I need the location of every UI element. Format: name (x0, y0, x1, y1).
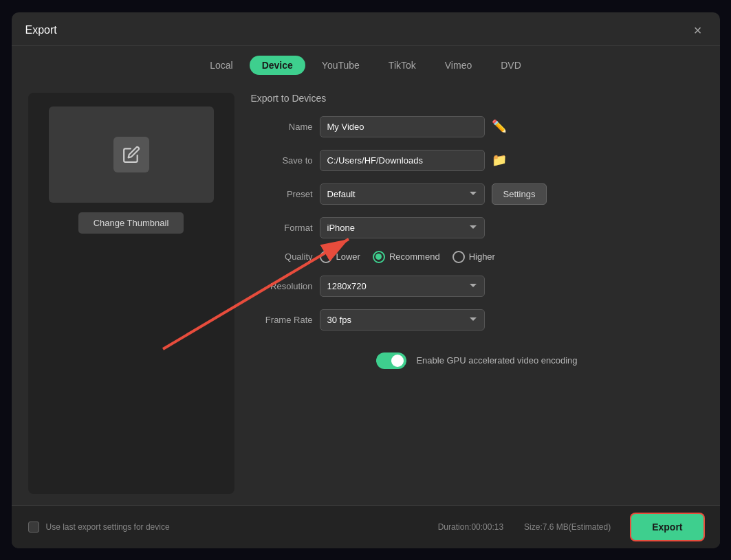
folder-icon[interactable]: 📁 (492, 153, 507, 168)
format-label: Format (251, 223, 313, 233)
toggle-track (376, 352, 406, 369)
size-info: Size:7.6 MB(Estimated) (524, 522, 611, 532)
quality-higher-radio[interactable] (452, 251, 465, 263)
frame-rate-select[interactable]: 30 fps (320, 309, 485, 331)
section-title: Export to Devices (251, 93, 703, 104)
thumbnail-preview (49, 107, 214, 203)
export-dialog: Export × Local Device YouTube TikTok Vim… (12, 12, 720, 548)
right-panel: Export to Devices Name ✏️ Save to 📁 Pres… (251, 93, 703, 494)
toggle-thumb (391, 355, 404, 367)
gpu-toggle-row: Enable GPU accelerated video encoding (251, 352, 703, 369)
preset-select[interactable]: Default (320, 183, 485, 205)
duration-info: Duration:00:00:13 (438, 522, 503, 532)
footer-left: Use last export settings for device (28, 522, 170, 533)
quality-higher-label: Higher (469, 251, 495, 262)
gpu-toggle-label: Enable GPU accelerated video encoding (416, 355, 577, 366)
tab-bar: Local Device YouTube TikTok Vimeo DVD (12, 46, 720, 82)
quality-recommend-label: Recommend (389, 251, 440, 262)
tab-tiktok[interactable]: TikTok (376, 56, 428, 75)
frame-rate-row: Frame Rate 30 fps (251, 309, 703, 331)
save-to-input[interactable] (320, 150, 485, 171)
name-input[interactable] (320, 116, 485, 137)
preset-label: Preset (251, 189, 313, 199)
footer-checkbox-label: Use last export settings for device (46, 522, 170, 532)
tab-vimeo[interactable]: Vimeo (433, 56, 484, 75)
save-to-row: Save to 📁 (251, 150, 703, 171)
left-panel: Change Thumbnail (28, 93, 234, 494)
resolution-row: Resolution 1280x720 (251, 276, 703, 297)
quality-group: Lower Recommend Higher (320, 251, 495, 263)
quality-lower-radio[interactable] (320, 251, 332, 263)
dialog-body: Change Thumbnail Export to Devices Name … (12, 82, 720, 505)
quality-label: Quality (251, 251, 313, 262)
tab-youtube[interactable]: YouTube (309, 56, 372, 75)
frame-rate-label: Frame Rate (251, 315, 313, 325)
preset-select-wrap: Default (320, 183, 485, 205)
quality-recommend-radio[interactable] (373, 251, 385, 263)
name-label: Name (251, 122, 313, 132)
pencil-icon (113, 137, 149, 172)
settings-button[interactable]: Settings (492, 183, 547, 205)
tab-local[interactable]: Local (197, 56, 245, 75)
frame-rate-select-wrap: 30 fps (320, 309, 485, 331)
save-to-label: Save to (251, 155, 313, 166)
last-settings-checkbox[interactable] (28, 522, 39, 533)
footer-right: Duration:00:00:13 Size:7.6 MB(Estimated)… (438, 514, 703, 540)
resolution-select-wrap: 1280x720 (320, 276, 485, 297)
name-input-wrap (320, 116, 485, 137)
quality-row: Quality Lower Recommend Higher (251, 251, 703, 263)
format-row: Format iPhone (251, 217, 703, 238)
quality-recommend-option[interactable]: Recommend (373, 251, 440, 263)
quality-lower-option[interactable]: Lower (320, 251, 360, 263)
format-select-wrap: iPhone (320, 217, 485, 238)
tab-dvd[interactable]: DVD (488, 56, 534, 75)
dialog-footer: Use last export settings for device Dura… (12, 505, 720, 548)
quality-higher-option[interactable]: Higher (452, 251, 495, 263)
name-row: Name ✏️ (251, 116, 703, 137)
quality-lower-label: Lower (336, 251, 360, 262)
close-button[interactable]: × (690, 22, 706, 38)
gpu-toggle[interactable] (376, 352, 406, 369)
dialog-titlebar: Export × (12, 12, 720, 46)
quality-recommend-dot (375, 254, 382, 260)
preset-row: Preset Default Settings (251, 183, 703, 205)
export-button[interactable]: Export (631, 514, 703, 540)
format-select[interactable]: iPhone (320, 217, 485, 238)
resolution-label: Resolution (251, 281, 313, 291)
tab-device[interactable]: Device (250, 56, 305, 75)
save-to-input-wrap (320, 150, 485, 171)
resolution-select[interactable]: 1280x720 (320, 276, 485, 297)
change-thumbnail-button[interactable]: Change Thumbnail (78, 212, 184, 234)
dialog-title: Export (25, 24, 57, 36)
ai-icon[interactable]: ✏️ (492, 119, 507, 134)
